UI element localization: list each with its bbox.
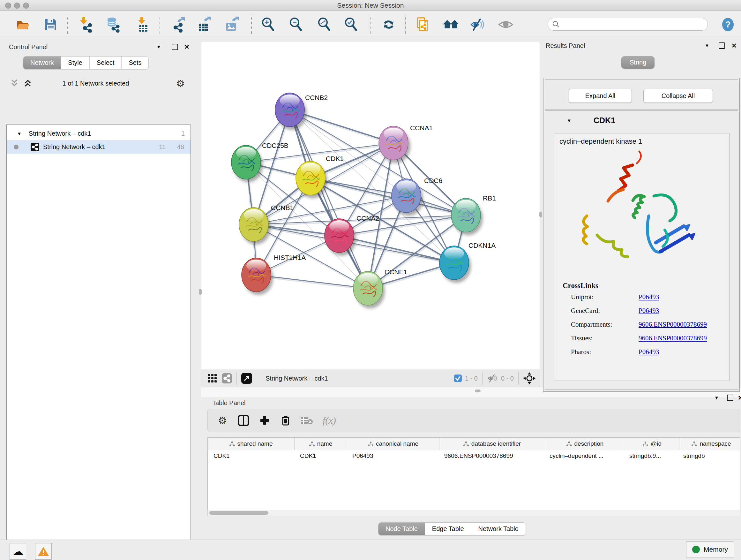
cloud-status-button[interactable]: ☁ [10, 543, 26, 560]
column-header-canonicalname[interactable]: canonical name [347, 438, 440, 450]
delete-column-icon [300, 414, 313, 427]
delete-row-trash-icon[interactable] [279, 414, 292, 427]
network-view-canvas[interactable]: CCNB2 CCNA1 CDC25B [201, 42, 540, 370]
network-row-selected[interactable]: String Network – cdk1 11 48 [7, 140, 191, 153]
control-panel-menu-icon[interactable]: ▼ [156, 44, 161, 50]
first-neighbors-button[interactable] [443, 17, 459, 33]
crosslink-compartments[interactable]: 9606.ENSP00000378699 [638, 320, 729, 328]
tab-select[interactable]: Select [90, 57, 122, 69]
detach-view-icon[interactable] [241, 373, 252, 384]
export-table-icon [196, 17, 212, 33]
tab-node-table[interactable]: Node Table [379, 523, 425, 535]
table-cell[interactable]: P06493 [347, 452, 439, 459]
birdseye-view-icon[interactable] [523, 372, 536, 385]
network-node-RB1[interactable]: RB1 [451, 194, 496, 235]
network-node-CCNA1[interactable]: CCNA1 [379, 124, 433, 163]
zoom-fit-button[interactable] [317, 17, 333, 33]
network-collection-row[interactable]: ▼ String Network – cdk1 1 [7, 127, 191, 140]
splitter-handle-bottom[interactable] [475, 389, 481, 392]
import-network-file-button[interactable] [78, 17, 94, 33]
help-button[interactable]: ? [720, 17, 736, 33]
export-table-button[interactable] [196, 17, 212, 33]
splitter-handle-right[interactable] [539, 212, 542, 217]
zoom-selected-button[interactable] [343, 17, 359, 33]
crosslink-uniprot[interactable]: P06493 [638, 293, 729, 301]
network-list-view-icon[interactable] [222, 373, 232, 383]
hide-selected-button[interactable] [470, 17, 486, 33]
tree-expand-all-button[interactable] [23, 78, 32, 87]
show-all-button[interactable] [498, 17, 514, 33]
new-network-from-selection-button[interactable] [415, 17, 431, 33]
function-builder-icon: f(x) [323, 414, 336, 427]
collapse-all-button[interactable]: Collapse All [643, 89, 713, 103]
tab-network-table[interactable]: Network Table [471, 523, 526, 535]
network-node-CCNE1[interactable]: CCNE1 [353, 268, 407, 308]
crosslink-genecard[interactable]: P06493 [638, 307, 729, 315]
table-settings-gear-icon[interactable]: ⚙ [216, 414, 229, 427]
zoom-out-button[interactable] [288, 17, 304, 33]
export-network-button[interactable] [171, 17, 187, 33]
column-header-sharedname[interactable]: shared name [208, 438, 294, 450]
selected-checkbox-icon[interactable] [454, 374, 462, 382]
hidden-eye-slash-icon[interactable] [487, 374, 498, 383]
open-session-button[interactable] [15, 17, 31, 33]
add-column-icon[interactable] [258, 414, 271, 427]
table-row[interactable]: CDK1CDK1P064939606.ENSP00000378699cyclin… [208, 450, 740, 462]
column-header-namespace[interactable]: namespace [679, 438, 740, 450]
table-cell[interactable]: 9606.ENSP00000378699 [439, 452, 544, 459]
gene-collapse-icon[interactable]: ▼ [567, 118, 571, 123]
grid-view-icon[interactable] [208, 374, 217, 383]
column-header-databaseidentifier[interactable]: database identifier [440, 438, 545, 450]
notifications-button[interactable] [35, 543, 52, 560]
table-cell[interactable]: stringdb:9... [623, 452, 677, 459]
collection-count: 1 [181, 130, 185, 137]
show-columns-icon[interactable] [237, 414, 250, 427]
search-input[interactable] [560, 21, 708, 28]
crosslink-tissues[interactable]: 9606.ENSP00000378699 [638, 334, 729, 342]
control-panel-close-icon[interactable]: ✕ [184, 44, 190, 50]
import-network-database-button[interactable] [105, 17, 121, 33]
import-table-button[interactable] [135, 17, 151, 33]
save-session-button[interactable] [43, 17, 59, 33]
network-node-CCNB2[interactable]: CCNB2 [275, 93, 328, 130]
table-cell[interactable]: stringdb [677, 452, 740, 459]
tree-collapse-all-button[interactable] [10, 78, 19, 87]
network-node-HIST1H1A[interactable]: HIST1H1A [242, 254, 306, 295]
hscrollbar-thumb[interactable] [209, 511, 268, 515]
crosslink-label: GeneCard: [571, 307, 638, 315]
network-options-gear-icon[interactable]: ⚙ [176, 78, 185, 89]
tab-style[interactable]: Style [61, 57, 89, 69]
column-header-name[interactable]: name [294, 438, 347, 450]
zoom-in-icon [260, 17, 276, 33]
table-panel-menu-icon[interactable]: ▼ [714, 395, 719, 400]
tab-string[interactable]: String [621, 56, 655, 69]
table-panel-float-icon[interactable] [727, 395, 733, 401]
network-node-CCNA2[interactable]: CCNA2 [325, 214, 379, 256]
splitter-handle-left[interactable] [199, 289, 202, 295]
results-panel-menu-icon[interactable]: ▼ [704, 43, 710, 48]
column-header-description[interactable]: description [545, 438, 625, 450]
table-cell[interactable]: CDK1 [294, 452, 347, 459]
table-cell[interactable]: CDK1 [208, 452, 294, 459]
network-node-CDKN1A[interactable]: CDKN1A [440, 242, 495, 283]
tab-sets[interactable]: Sets [122, 57, 148, 69]
control-panel-float-icon[interactable] [172, 44, 178, 50]
tab-network[interactable]: Network [23, 57, 61, 69]
collection-expand-icon[interactable]: ▼ [17, 131, 22, 136]
crosslink-pharos[interactable]: P06493 [638, 348, 729, 356]
expand-all-button[interactable]: Expand All [569, 89, 632, 103]
export-image-button[interactable] [224, 17, 240, 33]
table-cell[interactable]: cyclin–dependent ... [544, 452, 623, 459]
memory-button[interactable]: Memory [686, 542, 734, 557]
column-header-id[interactable]: @id [625, 438, 679, 450]
results-panel-float-icon[interactable] [719, 43, 725, 49]
results-panel-close-icon[interactable]: ✕ [731, 43, 737, 49]
tab-edge-table[interactable]: Edge Table [425, 523, 471, 535]
zoom-in-button[interactable] [260, 17, 276, 33]
table-panel-close-icon[interactable]: ✕ [738, 395, 741, 401]
selected-count: 1 - 0 [465, 375, 478, 382]
toolbar-separator [159, 15, 160, 34]
control-panel-tabs: Network Style Select Sets [23, 56, 149, 69]
table-hscrollbar[interactable] [207, 510, 740, 516]
apply-layout-button[interactable] [381, 17, 397, 33]
